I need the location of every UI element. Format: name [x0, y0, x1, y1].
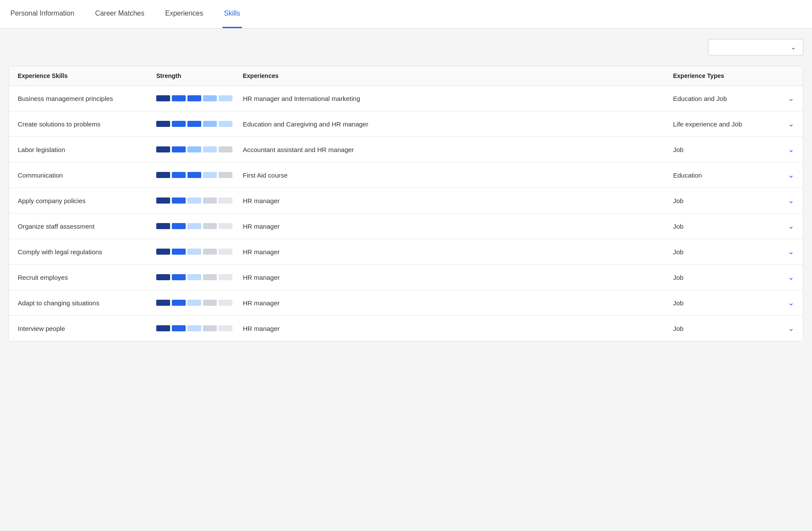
- experience-type-label: Education and Job: [673, 95, 727, 102]
- skill-name: Adapt to changing situations: [18, 299, 156, 307]
- strength-bars: [156, 223, 243, 229]
- experience-type-cell: Job⌄: [673, 324, 794, 333]
- experiences-value: First Aid course: [243, 172, 673, 179]
- experiences-value: HR manager and International marketing: [243, 95, 673, 102]
- strength-bar: [156, 325, 170, 331]
- strength-bar: [219, 300, 232, 306]
- table-row: Apply company policiesHR managerJob⌄: [9, 188, 803, 214]
- main-content: ⌄ Experience Skills Strength Experiences…: [0, 29, 812, 352]
- expand-row-icon[interactable]: ⌄: [788, 324, 794, 333]
- strength-bar: [203, 146, 217, 152]
- strength-bar: [203, 223, 217, 229]
- strength-bar: [156, 249, 170, 255]
- strength-bar: [187, 249, 201, 255]
- strength-bar: [156, 172, 170, 178]
- expand-row-icon[interactable]: ⌄: [788, 272, 794, 282]
- strength-bar: [203, 172, 217, 178]
- toolbar: ⌄: [9, 39, 803, 55]
- strength-bars: [156, 146, 243, 152]
- tab-skills[interactable]: Skills: [222, 0, 242, 28]
- experience-type-label: Job: [673, 274, 683, 281]
- strength-bar: [187, 95, 201, 101]
- strength-bar: [156, 95, 170, 101]
- experience-type-label: Job: [673, 248, 683, 256]
- strength-bar: [172, 146, 186, 152]
- experiences-value: HR manager: [243, 197, 673, 204]
- strength-bar: [172, 121, 186, 127]
- expand-row-icon[interactable]: ⌄: [788, 119, 794, 129]
- table-header: Experience Skills Strength Experiences E…: [9, 66, 803, 86]
- header-strength: Strength: [156, 72, 243, 79]
- strength-bar: [172, 172, 186, 178]
- experience-type-cell: Job⌄: [673, 247, 794, 256]
- strength-bar: [187, 172, 201, 178]
- strength-bar: [172, 325, 186, 331]
- skills-table: Experience Skills Strength Experiences E…: [9, 66, 803, 341]
- expand-row-icon[interactable]: ⌄: [788, 298, 794, 308]
- strength-bar: [187, 146, 201, 152]
- table-row: Business management principlesHR manager…: [9, 86, 803, 111]
- strength-bar: [219, 95, 232, 101]
- strength-bar: [187, 121, 201, 127]
- experience-type-label: Job: [673, 325, 683, 332]
- strength-bar: [219, 223, 232, 229]
- strength-bar: [172, 249, 186, 255]
- experience-type-cell: Education⌄: [673, 170, 794, 180]
- experience-type-label: Job: [673, 299, 683, 307]
- skill-name: Organize staff assessment: [18, 223, 156, 230]
- experience-type-cell: Job⌄: [673, 221, 794, 231]
- skill-name: Interview people: [18, 325, 156, 332]
- strength-bars: [156, 121, 243, 127]
- strength-bar: [203, 121, 217, 127]
- strength-bar: [156, 146, 170, 152]
- table-row: Comply with legal regulationsHR managerJ…: [9, 239, 803, 265]
- strength-bars: [156, 274, 243, 280]
- expand-row-icon[interactable]: ⌄: [788, 170, 794, 180]
- strength-bar: [219, 146, 232, 152]
- strength-bar: [156, 121, 170, 127]
- strength-bar: [219, 249, 232, 255]
- strength-bars: [156, 95, 243, 101]
- expand-row-icon[interactable]: ⌄: [788, 221, 794, 231]
- experiences-value: HR manager: [243, 325, 673, 332]
- experience-type-cell: Life experience and Job⌄: [673, 119, 794, 129]
- strength-bar: [172, 223, 186, 229]
- skill-name: Create solutions to problems: [18, 120, 156, 128]
- skill-name: Communication: [18, 172, 156, 179]
- strength-bar: [172, 95, 186, 101]
- select-skills-dropdown[interactable]: ⌄: [708, 39, 803, 55]
- tab-experiences[interactable]: Experiences: [163, 0, 205, 28]
- strength-bar: [219, 198, 232, 204]
- header-experiences: Experiences: [243, 72, 673, 79]
- nav-tabs: Personal InformationCareer MatchesExperi…: [0, 0, 812, 29]
- skill-name: Recruit employes: [18, 274, 156, 281]
- strength-bars: [156, 300, 243, 306]
- strength-bar: [203, 274, 217, 280]
- strength-bar: [156, 223, 170, 229]
- expand-row-icon[interactable]: ⌄: [788, 196, 794, 205]
- skill-name: Business management principles: [18, 95, 156, 102]
- chevron-down-icon: ⌄: [791, 44, 796, 51]
- table-row: Organize staff assessmentHR managerJob⌄: [9, 214, 803, 239]
- experience-type-cell: Job⌄: [673, 196, 794, 205]
- skill-name: Apply company policies: [18, 197, 156, 204]
- expand-row-icon[interactable]: ⌄: [788, 94, 794, 103]
- experience-type-label: Life experience and Job: [673, 120, 742, 128]
- experiences-value: HR manager: [243, 248, 673, 256]
- strength-bar: [172, 198, 186, 204]
- strength-bar: [187, 274, 201, 280]
- table-row: Interview peopleHR managerJob⌄: [9, 316, 803, 341]
- strength-bars: [156, 198, 243, 204]
- strength-bars: [156, 249, 243, 255]
- strength-bar: [156, 274, 170, 280]
- table-row: Recruit employesHR managerJob⌄: [9, 265, 803, 290]
- strength-bar: [203, 198, 217, 204]
- tab-personal-information[interactable]: Personal Information: [9, 0, 76, 28]
- tab-career-matches[interactable]: Career Matches: [93, 0, 146, 28]
- expand-row-icon[interactable]: ⌄: [788, 145, 794, 154]
- table-row: Create solutions to problemsEducation an…: [9, 111, 803, 137]
- strength-bar: [219, 274, 232, 280]
- expand-row-icon[interactable]: ⌄: [788, 247, 794, 256]
- strength-bar: [156, 300, 170, 306]
- table-row: CommunicationFirst Aid courseEducation⌄: [9, 162, 803, 188]
